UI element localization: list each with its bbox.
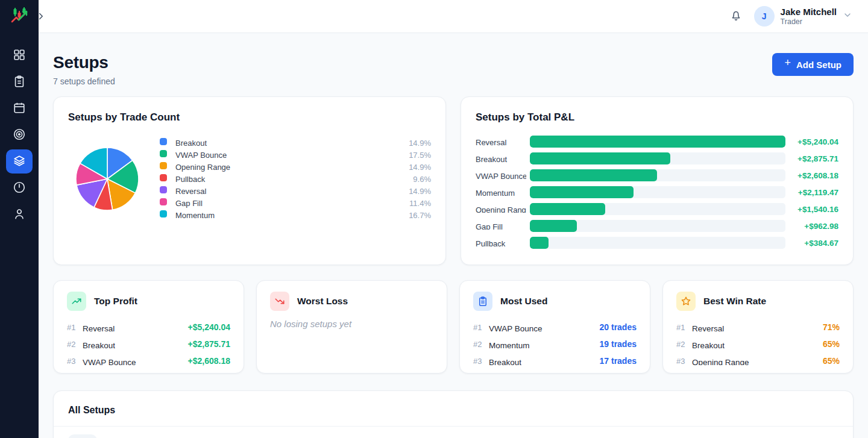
- clipboard-icon: [13, 75, 26, 90]
- stat-value: +$2,875.71: [188, 339, 230, 349]
- sidebar-item-goals[interactable]: [6, 123, 33, 147]
- bar-category-label: Momentum: [476, 189, 526, 196]
- sidebar-item-history[interactable]: [6, 176, 33, 200]
- top-bar: J Jake Mitchell Trader: [39, 0, 868, 33]
- legend-item: Pullback9.6%: [160, 173, 431, 185]
- pie-chart: Breakout14.9%VWAP Bounce17.5%Opening Ran…: [68, 137, 431, 221]
- stat-rank: #3: [676, 357, 690, 366]
- stat-row: #1Reversal+$5,240.04: [67, 319, 230, 336]
- stat-card-header: Top Profit: [67, 292, 230, 311]
- stat-rank: #1: [67, 323, 80, 332]
- user-icon: [13, 207, 26, 222]
- bar-track: [530, 203, 785, 215]
- pie-chart-svg: [74, 146, 140, 212]
- stat-card-title: Most Used: [500, 296, 547, 307]
- trade-count-card: Setups by Trade Count Breakout14.9%VWAP …: [53, 96, 446, 265]
- bar-track: [530, 186, 785, 198]
- bar-category-label: Breakout: [476, 155, 526, 162]
- trending-up-icon: [67, 292, 86, 311]
- candlestick-logo-icon: [9, 5, 30, 28]
- bar-value: +$5,240.04: [785, 137, 838, 146]
- stat-rank: #1: [473, 323, 486, 332]
- bar-fill: [530, 203, 605, 215]
- legend-percent: 14.9%: [409, 139, 431, 148]
- stat-row: #3Breakout17 trades: [473, 352, 637, 369]
- legend-item: Reversal14.9%: [160, 185, 431, 197]
- notifications-button[interactable]: [729, 9, 743, 23]
- stat-card-title: Top Profit: [94, 296, 137, 307]
- plus-icon: +: [784, 57, 791, 69]
- bar-fill: [530, 136, 785, 148]
- sidebar-item-profile[interactable]: [6, 202, 33, 227]
- star-icon: [676, 292, 696, 311]
- calendar-icon: [13, 101, 26, 116]
- bar-value: +$2,119.47: [785, 188, 838, 197]
- sidebar-item-calendar[interactable]: [6, 96, 33, 120]
- pie-svg-container: [74, 146, 140, 212]
- sidebar-item-dashboard[interactable]: [6, 43, 33, 67]
- legend-percent: 16.7%: [409, 211, 431, 220]
- stat-rank: #2: [676, 340, 690, 349]
- legend-swatch: [160, 186, 167, 193]
- bar-fill: [530, 237, 549, 249]
- legend-percent: 11.4%: [409, 199, 431, 208]
- legend-swatch: [160, 174, 167, 181]
- stat-value: +$5,240.04: [188, 322, 230, 332]
- legend-swatch: [160, 138, 167, 145]
- bar-track: [530, 237, 785, 249]
- stat-rank: #3: [67, 357, 80, 366]
- stat-row: #3VWAP Bounce+$2,608.18: [67, 352, 230, 369]
- legend-label: Pullback: [175, 175, 205, 184]
- stat-setup-name: VWAP Bounce: [489, 324, 542, 331]
- legend-label: Momentum: [175, 211, 215, 220]
- bar-fill: [530, 169, 657, 181]
- stat-setup-name: Breakout: [489, 357, 521, 365]
- legend-label: VWAP Bounce: [175, 151, 227, 160]
- grid-icon: [13, 48, 26, 63]
- bar-fill: [530, 220, 577, 232]
- bar-fill: [530, 186, 634, 198]
- stat-value: 20 trades: [600, 322, 637, 332]
- stat-cards-row: Top Profit#1Reversal+$5,240.04#2Breakout…: [53, 280, 854, 374]
- bar-row: Breakout+$2,875.71: [476, 150, 838, 167]
- bar-value: +$2,875.71: [785, 154, 838, 163]
- stat-card: Most Used#1VWAP Bounce20 trades#2Momentu…: [459, 280, 650, 374]
- user-name: Jake Mitchell: [781, 7, 837, 17]
- add-setup-label: Add Setup: [796, 60, 841, 70]
- stat-rank: #2: [473, 340, 486, 349]
- stat-value: 71%: [823, 322, 840, 332]
- sidebar-item-journal[interactable]: [6, 70, 33, 94]
- stat-setup-name: Momentum: [489, 340, 530, 348]
- bar-chart-title: Setups by Total P&L: [476, 111, 838, 124]
- legend-label: Opening Range: [175, 163, 230, 172]
- bar-category-label: Opening Range: [476, 205, 526, 213]
- stat-card-header: Best Win Rate: [676, 292, 840, 311]
- add-setup-button[interactable]: + Add Setup: [772, 53, 854, 76]
- sidebar-item-setups[interactable]: [6, 149, 33, 174]
- user-menu[interactable]: J Jake Mitchell Trader: [754, 6, 852, 27]
- layers-icon: [13, 154, 26, 169]
- charts-row: Setups by Trade Count Breakout14.9%VWAP …: [53, 96, 854, 265]
- legend-swatch: [160, 150, 167, 157]
- stat-row: #3Opening Range65%: [676, 352, 840, 369]
- app-logo: [0, 0, 39, 33]
- bar-track: [530, 152, 785, 164]
- bar-row: Pullback+$384.67: [476, 234, 838, 251]
- legend-swatch: [160, 210, 167, 217]
- main-content: Setups 7 setups defined + Add Setup Setu…: [39, 0, 868, 438]
- legend-percent: 14.9%: [409, 187, 431, 196]
- clipboard-icon: [473, 292, 492, 311]
- stat-value: 65%: [823, 356, 840, 366]
- stat-card: Worst LossNo losing setups yet: [256, 280, 447, 374]
- bar-row: Momentum+$2,119.47: [476, 184, 838, 201]
- bar-row: Reversal+$5,240.04: [476, 133, 838, 150]
- legend-label: Reversal: [175, 187, 206, 196]
- stat-value: 17 trades: [600, 356, 637, 366]
- legend-swatch: [160, 198, 167, 205]
- stat-setup-name: Breakout: [692, 340, 725, 348]
- pie-legend: Breakout14.9%VWAP Bounce17.5%Opening Ran…: [160, 137, 431, 221]
- stat-setup-name: Reversal: [83, 324, 115, 331]
- bar-row: VWAP Bounce+$2,608.18: [476, 167, 838, 184]
- bar-value: +$2,608.18: [785, 171, 838, 180]
- bar-track: [530, 169, 785, 181]
